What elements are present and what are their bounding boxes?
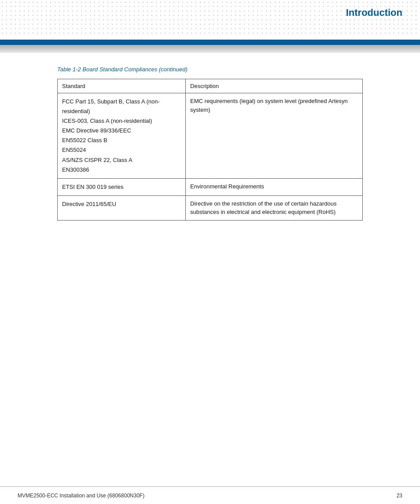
standard-item: AS/NZS CISPR 22, Class A xyxy=(62,155,181,165)
cell-standard: FCC Part 15, Subpart B, Class A (non-res… xyxy=(58,93,186,179)
standard-item: Directive 2011/65/EU xyxy=(62,199,181,209)
page-title: Introduction xyxy=(346,7,402,18)
table-row: ETSI EN 300 019 seriesEnvironmental Requ… xyxy=(58,178,363,195)
standard-item: FCC Part 15, Subpart B, Class A (non-res… xyxy=(62,97,181,116)
cell-description: Environmental Requirements xyxy=(186,178,363,195)
standard-item: EN55024 xyxy=(62,145,181,155)
table-row: Directive 2011/65/EUDirective on the res… xyxy=(58,195,363,220)
standard-item: ETSI EN 300 019 series xyxy=(62,182,181,192)
standard-item: EN55022 Class B xyxy=(62,136,181,145)
standard-item: EN300386 xyxy=(62,165,181,175)
standard-item: ICES-003, Class A (non-residential) xyxy=(62,116,181,126)
cell-standard: ETSI EN 300 019 series xyxy=(58,178,186,195)
header-section: Introduction xyxy=(0,0,420,40)
table-caption: Table 1-2 Board Standard Compliances (co… xyxy=(57,66,363,73)
gray-stripe-divider xyxy=(0,45,420,53)
cell-description: Directive on the restriction of the use … xyxy=(186,195,363,220)
cell-standard: Directive 2011/65/EU xyxy=(58,195,186,220)
cell-description: EMC requirements (legal) on system level… xyxy=(186,93,363,179)
column-header-description: Description xyxy=(186,79,363,93)
table-header-row: Standard Description xyxy=(58,79,363,93)
column-header-standard: Standard xyxy=(58,79,186,93)
page-footer: MVME2500-ECC Installation and Use (68068… xyxy=(0,486,420,504)
table-row: FCC Part 15, Subpart B, Class A (non-res… xyxy=(58,93,363,179)
main-content: Table 1-2 Board Standard Compliances (co… xyxy=(0,53,420,256)
footer-document-title: MVME2500-ECC Installation and Use (68068… xyxy=(18,493,144,499)
standard-item: EMC Directive 89/336/EEC xyxy=(62,126,181,136)
compliance-table: Standard Description FCC Part 15, Subpar… xyxy=(57,79,363,221)
footer-page-number: 23 xyxy=(397,493,402,499)
blue-stripe-divider xyxy=(0,40,420,45)
